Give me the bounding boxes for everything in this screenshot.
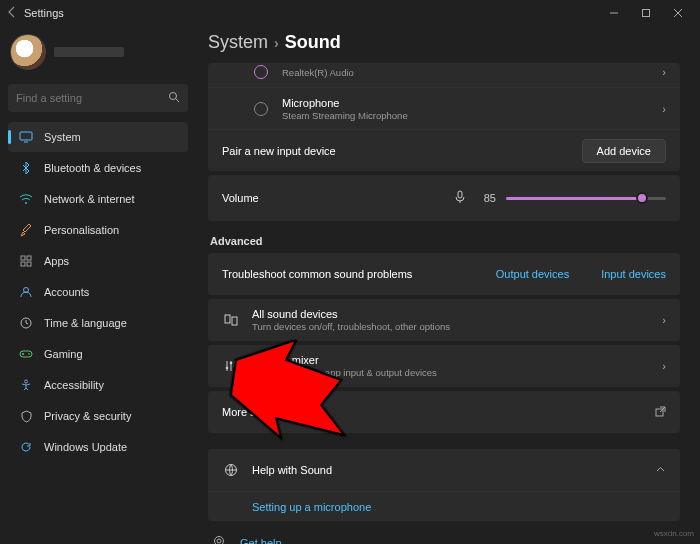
sidebar: SystemBluetooth & devicesNetwork & inter… xyxy=(0,26,196,544)
sidebar-item-accessibility[interactable]: Accessibility xyxy=(8,370,188,400)
pair-label: Pair a new input device xyxy=(222,145,570,157)
breadcrumb-current: Sound xyxy=(285,32,341,53)
minimize-icon[interactable] xyxy=(598,0,630,26)
sidebar-item-label: Windows Update xyxy=(44,441,127,453)
sidebar-item-accounts[interactable]: Accounts xyxy=(8,277,188,307)
volume-slider[interactable] xyxy=(506,191,666,205)
clock-icon xyxy=(18,315,34,331)
footer-links: Get help Give feedback xyxy=(208,531,680,544)
sidebar-item-label: Bluetooth & devices xyxy=(44,162,141,174)
radio-icon xyxy=(254,102,268,116)
grid-icon xyxy=(18,253,34,269)
help-with-sound-row[interactable]: Help with Sound xyxy=(208,449,680,491)
chevron-right-icon: › xyxy=(662,66,666,78)
svg-rect-14 xyxy=(225,315,230,323)
more-sound-settings-row[interactable]: More sound settings xyxy=(208,391,680,433)
more-sound-settings-card: More sound settings xyxy=(208,391,680,433)
input-devices-link[interactable]: Input devices xyxy=(601,268,666,280)
wifi-icon xyxy=(18,191,34,207)
accessibility-icon xyxy=(18,377,34,393)
chevron-right-icon: › xyxy=(274,35,279,51)
sidebar-item-label: Personalisation xyxy=(44,224,119,236)
sidebar-item-system[interactable]: System xyxy=(8,122,188,152)
external-link-icon xyxy=(655,406,666,419)
svg-rect-13 xyxy=(458,191,462,198)
system-icon xyxy=(18,129,34,145)
volume-row: Volume 85 xyxy=(208,175,680,221)
maximize-icon[interactable] xyxy=(630,0,662,26)
sidebar-item-label: Time & language xyxy=(44,317,127,329)
svg-point-18 xyxy=(234,365,237,368)
devices-icon xyxy=(222,313,240,327)
search-input[interactable] xyxy=(8,84,188,112)
help-link-row[interactable]: Setting up a microphone xyxy=(208,491,680,521)
volume-label: Volume xyxy=(222,192,444,204)
help-card: Help with Sound Setting up a microphone xyxy=(208,449,680,521)
section-advanced: Advanced xyxy=(210,235,680,247)
svg-rect-15 xyxy=(232,317,237,325)
svg-point-1 xyxy=(170,93,177,100)
sidebar-item-apps[interactable]: Apps xyxy=(8,246,188,276)
all-sound-devices-card: All sound devices Turn devices on/off, t… xyxy=(208,299,680,341)
window-title: Settings xyxy=(24,7,598,19)
svg-point-17 xyxy=(230,362,233,365)
svg-rect-5 xyxy=(27,256,31,260)
sidebar-item-windows-update[interactable]: Windows Update xyxy=(8,432,188,462)
back-icon[interactable] xyxy=(6,6,24,20)
watermark: wsxdn.com xyxy=(654,529,694,538)
brush-icon xyxy=(18,222,34,238)
profile-name xyxy=(54,47,124,57)
input-devices-card: Realtek(R) Audio › Microphone Steam Stre… xyxy=(208,63,680,171)
volume-mixer-card: Volume mixer App volume mix, app input &… xyxy=(208,345,680,387)
sidebar-item-label: Privacy & security xyxy=(44,410,131,422)
svg-rect-7 xyxy=(27,262,31,266)
svg-rect-10 xyxy=(20,351,32,357)
sidebar-item-label: Apps xyxy=(44,255,69,267)
sidebar-item-label: Gaming xyxy=(44,348,83,360)
svg-rect-6 xyxy=(21,262,25,266)
chevron-right-icon: › xyxy=(662,103,666,115)
svg-point-3 xyxy=(25,202,27,204)
main-content: System › Sound Realtek(R) Audio › Microp… xyxy=(196,26,700,544)
sidebar-item-personalisation[interactable]: Personalisation xyxy=(8,215,188,245)
pair-device-row: Pair a new input device Add device xyxy=(208,129,680,171)
device-title: Microphone xyxy=(282,97,650,109)
breadcrumb: System › Sound xyxy=(208,32,680,53)
svg-point-11 xyxy=(28,353,30,355)
sidebar-item-privacy-security[interactable]: Privacy & security xyxy=(8,401,188,431)
controller-icon xyxy=(18,346,34,362)
device-row-microphone[interactable]: Microphone Steam Streaming Microphone › xyxy=(208,87,680,129)
output-devices-link[interactable]: Output devices xyxy=(496,268,569,280)
sidebar-item-time-language[interactable]: Time & language xyxy=(8,308,188,338)
sidebar-item-network-internet[interactable]: Network & internet xyxy=(8,184,188,214)
volume-mixer-row[interactable]: Volume mixer App volume mix, app input &… xyxy=(208,345,680,387)
svg-rect-4 xyxy=(21,256,25,260)
avatar xyxy=(10,34,46,70)
svg-point-12 xyxy=(25,380,28,383)
sidebar-item-gaming[interactable]: Gaming xyxy=(8,339,188,369)
search-icon xyxy=(168,91,180,105)
sidebar-nav: SystemBluetooth & devicesNetwork & inter… xyxy=(8,122,188,462)
all-sound-devices-row[interactable]: All sound devices Turn devices on/off, t… xyxy=(208,299,680,341)
radio-icon xyxy=(254,65,268,79)
volume-value: 85 xyxy=(476,192,496,204)
profile[interactable] xyxy=(8,32,188,72)
add-device-button[interactable]: Add device xyxy=(582,139,666,163)
help-link[interactable]: Setting up a microphone xyxy=(252,501,371,513)
device-subtitle: Realtek(R) Audio xyxy=(282,67,650,78)
get-help-link[interactable]: Get help xyxy=(208,531,680,544)
titlebar: Settings xyxy=(0,0,700,26)
mixer-icon xyxy=(222,359,240,373)
device-subtitle: Steam Streaming Microphone xyxy=(282,110,650,121)
microphone-icon[interactable] xyxy=(454,190,466,206)
sidebar-item-bluetooth-devices[interactable]: Bluetooth & devices xyxy=(8,153,188,183)
svg-rect-2 xyxy=(20,132,32,140)
sidebar-item-label: Accessibility xyxy=(44,379,104,391)
svg-rect-0 xyxy=(643,10,650,17)
close-icon[interactable] xyxy=(662,0,694,26)
device-row-realtek[interactable]: Realtek(R) Audio › xyxy=(208,63,680,87)
search-field[interactable] xyxy=(16,92,168,104)
breadcrumb-root[interactable]: System xyxy=(208,32,268,53)
sidebar-item-label: System xyxy=(44,131,81,143)
shield-icon xyxy=(18,408,34,424)
